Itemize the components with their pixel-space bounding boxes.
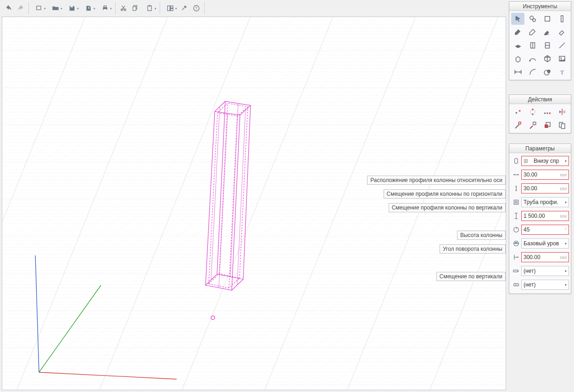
sweep-tool[interactable]: [526, 53, 539, 65]
main-toolbar: ?: [3, 1, 205, 15]
svg-point-31: [533, 19, 535, 22]
rotation-icon: [511, 225, 521, 235]
settings-button[interactable]: [178, 2, 190, 14]
svg-rect-63: [562, 124, 565, 129]
save-button[interactable]: [64, 2, 80, 14]
export-button[interactable]: [80, 2, 97, 14]
line-tool[interactable]: [556, 39, 569, 51]
copy-action[interactable]: [556, 119, 569, 131]
profile-position-select[interactable]: ⊞Внизу спр: [521, 156, 569, 166]
profile-position-icon: [511, 156, 521, 166]
offset-v-icon: [511, 183, 521, 193]
mirror-action[interactable]: [556, 106, 569, 118]
layout-button[interactable]: [162, 2, 178, 14]
tag1-icon: [511, 266, 521, 276]
svg-rect-9: [149, 5, 150, 6]
svg-rect-3: [104, 9, 106, 11]
move-action[interactable]: [511, 106, 524, 118]
label-vertical-offset: Смещение по вертикали: [436, 272, 506, 281]
svg-line-39: [559, 43, 565, 48]
level-select[interactable]: Базовый уров: [521, 238, 569, 248]
label-offset-v: Смещение профиля колонны по вертикали: [389, 203, 506, 212]
svg-text:?: ?: [195, 6, 198, 11]
cut-button[interactable]: [117, 2, 129, 14]
select-tool[interactable]: [511, 13, 524, 25]
element-tool[interactable]: [526, 13, 539, 25]
actions-panel-title: Действия: [509, 95, 571, 104]
column-tool[interactable]: [556, 13, 569, 25]
actions-panel: Действия: [509, 94, 571, 133]
text-tool[interactable]: T: [556, 66, 569, 78]
tools-grid: T: [509, 11, 571, 80]
panel2-tool[interactable]: [541, 39, 554, 51]
label-height: Высота колонны: [457, 231, 506, 240]
rotation-input[interactable]: °: [521, 225, 569, 235]
rotate-action[interactable]: [526, 106, 539, 118]
erase3-tool[interactable]: [541, 26, 554, 38]
vertical-offset-icon: [511, 252, 521, 262]
new-file-button[interactable]: [31, 2, 47, 14]
svg-point-51: [530, 110, 535, 115]
offset-action[interactable]: [541, 119, 554, 131]
erase2-tool[interactable]: [526, 26, 539, 38]
tag2-select[interactable]: (нет): [521, 280, 569, 290]
redo-button[interactable]: [15, 2, 27, 14]
tag2-icon: A1: [511, 280, 521, 290]
label-rotation: Угол поворота колонны: [440, 244, 506, 254]
svg-rect-32: [545, 17, 550, 22]
svg-rect-53: [532, 114, 533, 115]
actions-grid: [509, 104, 571, 133]
undo-button[interactable]: [3, 2, 15, 14]
extrude-tool[interactable]: [511, 53, 524, 65]
svg-rect-55: [547, 113, 548, 114]
svg-rect-76: [513, 270, 518, 272]
svg-rect-12: [171, 9, 173, 11]
svg-rect-66: [514, 200, 518, 204]
svg-rect-34: [544, 34, 549, 35]
profile-type-select[interactable]: Труба профи.: [521, 197, 569, 207]
offset-v-input[interactable]: мм: [521, 183, 569, 193]
parameters-panel-title: Параметры: [509, 144, 571, 153]
tools-panel-title: Инструменты: [509, 2, 571, 11]
polyhedron-tool[interactable]: [541, 53, 554, 65]
image-tool[interactable]: [556, 53, 569, 65]
tag1-select[interactable]: (нет): [521, 266, 569, 276]
print-button[interactable]: [97, 2, 113, 14]
svg-rect-52: [532, 109, 533, 110]
box-tool[interactable]: [541, 13, 554, 25]
svg-rect-49: [515, 112, 517, 114]
parameters-body: ⊞Внизу спр мм мм Труба профи. мм ° Базов…: [509, 153, 571, 293]
level-icon: [511, 238, 521, 248]
vertical-offset-input[interactable]: мм: [521, 252, 569, 262]
svg-rect-54: [544, 113, 546, 114]
svg-rect-50: [519, 110, 520, 111]
height-icon: [511, 211, 521, 221]
scale-action[interactable]: [526, 119, 539, 131]
svg-text:T: T: [560, 69, 564, 76]
trim-action[interactable]: [511, 119, 524, 131]
svg-point-77: [518, 271, 519, 272]
erase4-tool[interactable]: [556, 26, 569, 38]
paste-button[interactable]: [141, 2, 158, 14]
svg-point-47: [547, 70, 551, 73]
help-button[interactable]: ?: [190, 2, 202, 14]
svg-rect-56: [549, 113, 551, 114]
slab-tool[interactable]: [511, 39, 524, 51]
erase1-tool[interactable]: [511, 26, 524, 38]
parameters-panel: Параметры ⊞Внизу спр мм мм Труба профи. …: [509, 144, 571, 294]
svg-point-42: [561, 57, 562, 59]
open-file-button[interactable]: [47, 2, 64, 14]
array-action[interactable]: [541, 106, 554, 118]
panel-tool[interactable]: [526, 39, 539, 51]
offset-h-input[interactable]: мм: [521, 170, 569, 180]
tools-panel: Инструменты T: [509, 1, 571, 80]
arc-tool[interactable]: [526, 66, 539, 78]
svg-rect-40: [529, 60, 530, 61]
hatch-tool[interactable]: [541, 66, 554, 78]
height-input[interactable]: мм: [521, 211, 569, 221]
dimension-tool[interactable]: [511, 66, 524, 78]
label-profile-position: Расположение профиля колонны относительн…: [367, 176, 506, 185]
svg-rect-59: [533, 122, 536, 125]
copy-button[interactable]: [129, 2, 141, 14]
3d-viewport[interactable]: Расположение профиля колонны относительн…: [2, 17, 506, 390]
